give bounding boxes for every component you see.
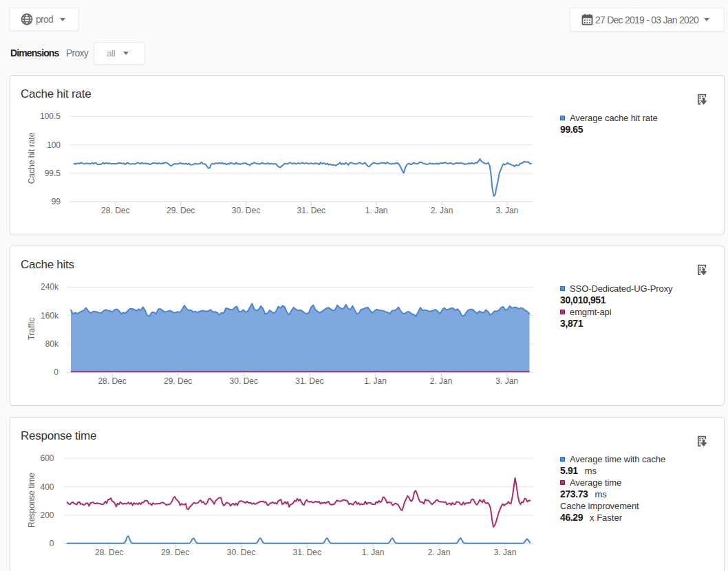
svg-text:99.5: 99.5 bbox=[45, 169, 61, 178]
svg-text:2. Jan: 2. Jan bbox=[430, 376, 453, 386]
svg-text:31. Dec: 31. Dec bbox=[295, 376, 323, 386]
svg-text:0: 0 bbox=[54, 367, 58, 377]
svg-text:30. Dec: 30. Dec bbox=[230, 376, 258, 386]
svg-text:600: 600 bbox=[40, 453, 54, 463]
svg-text:100.5: 100.5 bbox=[40, 111, 61, 121]
svg-text:Cache hit rate: Cache hit rate bbox=[27, 132, 36, 184]
svg-text:Response time: Response time bbox=[27, 473, 36, 528]
svg-text:2. Jan: 2. Jan bbox=[428, 548, 451, 557]
svg-text:3. Jan: 3. Jan bbox=[494, 548, 517, 557]
svg-text:30. Dec: 30. Dec bbox=[227, 548, 255, 557]
svg-text:1. Jan: 1. Jan bbox=[365, 206, 388, 215]
svg-text:0: 0 bbox=[50, 539, 54, 548]
svg-text:Traffic: Traffic bbox=[27, 318, 36, 341]
svg-text:28. Dec: 28. Dec bbox=[95, 548, 123, 557]
svg-text:28. Dec: 28. Dec bbox=[98, 376, 126, 386]
svg-text:31. Dec: 31. Dec bbox=[293, 548, 321, 557]
svg-text:29. Dec: 29. Dec bbox=[167, 206, 195, 215]
svg-text:100: 100 bbox=[47, 140, 61, 150]
svg-text:160k: 160k bbox=[41, 311, 59, 321]
svg-text:29. Dec: 29. Dec bbox=[164, 376, 192, 386]
svg-text:30. Dec: 30. Dec bbox=[232, 206, 260, 215]
svg-text:400: 400 bbox=[40, 482, 54, 492]
svg-text:28. Dec: 28. Dec bbox=[101, 206, 129, 215]
svg-text:1. Jan: 1. Jan bbox=[364, 376, 387, 386]
svg-text:240k: 240k bbox=[41, 282, 59, 292]
svg-text:99: 99 bbox=[52, 197, 61, 206]
svg-text:200: 200 bbox=[40, 510, 54, 520]
svg-text:3. Jan: 3. Jan bbox=[496, 206, 519, 215]
svg-text:1. Jan: 1. Jan bbox=[362, 548, 385, 557]
svg-text:31. Dec: 31. Dec bbox=[297, 206, 325, 215]
svg-text:80k: 80k bbox=[45, 339, 59, 349]
svg-text:3. Jan: 3. Jan bbox=[495, 376, 518, 386]
svg-text:2. Jan: 2. Jan bbox=[431, 206, 453, 215]
svg-text:29. Dec: 29. Dec bbox=[161, 548, 189, 557]
